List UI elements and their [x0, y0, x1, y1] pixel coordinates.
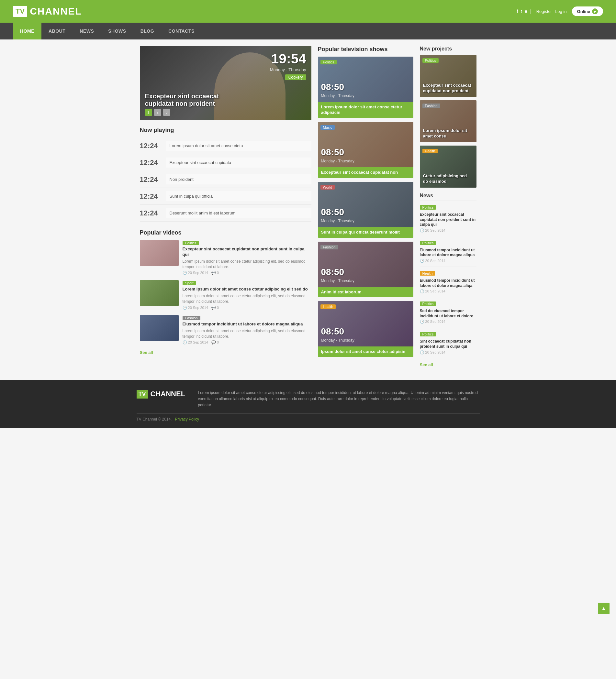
tv-show-thumbnail: Politics 08:50 Monday - Thursday	[318, 57, 413, 102]
online-label: Online	[577, 9, 590, 14]
news-item-date: 🕑 20 Sep 2014	[420, 320, 476, 324]
news-item-title[interactable]: Sint occaecat cupidatat non proident sun…	[420, 339, 476, 349]
news-item-title[interactable]: Excepteur sint occaecat cupidatat non pr…	[420, 212, 476, 227]
popular-tv-title: Popular television shows	[318, 46, 413, 53]
project-card-tag: Fashion	[423, 103, 440, 109]
video-comments: 💬 0	[211, 271, 219, 275]
news-item: Politics Excepteur sint occaecat cupidat…	[420, 204, 476, 236]
online-button[interactable]: Online ▶	[572, 6, 603, 16]
video-thumbnail-image	[140, 280, 179, 306]
right-column: New projects Politics Excepteur sint occ…	[420, 46, 476, 367]
news-tag: Politics	[420, 332, 436, 336]
footer-bottom: TV Channel © 2014. Privacy Policy	[136, 413, 480, 421]
tv-show-thumbnail: Fashion 08:50 Monday - Thursday	[318, 241, 413, 287]
register-link[interactable]: Register	[536, 9, 552, 14]
nav-home[interactable]: HOME	[13, 23, 41, 39]
rss-icon[interactable]: ■	[525, 9, 527, 14]
tv-show-card[interactable]: Music 08:50 Monday - Thursday Excepteur …	[318, 122, 413, 178]
footer-copyright: TV Channel © 2014.	[136, 417, 172, 421]
hero-banner: 19:54 Monday - Thursday Cookery Excepteu…	[140, 46, 311, 120]
video-meta: Politics Excepteur sint occaecat cupidat…	[183, 240, 311, 275]
video-item: Sport Lorem ipsum dolor sit amet conse c…	[140, 280, 311, 310]
tv-show-card[interactable]: Politics 08:50 Monday - Thursday Lorem i…	[318, 57, 413, 118]
footer-logo-channel: CHANNEL	[151, 390, 185, 398]
projects-list: Politics Excepteur sint occaecat cupidat…	[420, 55, 476, 188]
schedule-time: 12:24	[140, 209, 166, 217]
tv-show-tag: Politics	[320, 59, 337, 66]
social-icons: f t ■ |	[517, 9, 531, 14]
nav-about[interactable]: ABOUT	[41, 23, 72, 39]
header-links: Register Log in	[536, 9, 567, 14]
login-link[interactable]: Log in	[555, 9, 566, 14]
video-thumbnail[interactable]	[140, 280, 179, 306]
nav-contacts[interactable]: CONTACTS	[161, 23, 202, 39]
tv-show-body: Lorem ipsum dolor sit amet conse ctetur …	[318, 102, 413, 118]
popular-videos-section: Popular videos Politics Excepteur sint o…	[140, 229, 311, 355]
schedule-time: 12:24	[140, 159, 166, 167]
tv-show-tag: Music	[320, 125, 335, 131]
news-tag: Politics	[420, 205, 436, 209]
facebook-icon[interactable]: f	[517, 9, 518, 14]
tv-show-days: Monday - Thursday	[321, 159, 355, 163]
hero-title: Excepteur sint occaecat cupidatat non pr…	[145, 93, 236, 107]
footer-privacy-link[interactable]: Privacy Policy	[175, 417, 199, 421]
video-desc: Lorem ipsum dolor sit amet conse ctetur …	[183, 259, 311, 270]
news-item-title[interactable]: Sed do eiusmod tempor incididunt ut labo…	[420, 309, 476, 319]
news-item-date: 🕑 20 Sep 2014	[420, 350, 476, 355]
tv-show-tag: World	[320, 184, 335, 191]
tv-shows-list: Politics 08:50 Monday - Thursday Lorem i…	[318, 57, 413, 357]
news-item-title[interactable]: Eiusmod tempor incididunt ut labore et d…	[420, 248, 476, 258]
header-right: f t ■ | Register Log in Online ▶	[517, 6, 603, 16]
videos-see-all[interactable]: See all	[140, 350, 153, 355]
middle-column: Popular television shows Politics 08:50 …	[318, 46, 413, 367]
hero-dot-1[interactable]: 1	[145, 109, 152, 116]
project-card[interactable]: Health Ctetur adipisicing sed do eiusmod	[420, 146, 476, 188]
twitter-icon[interactable]: t	[521, 9, 522, 14]
tv-show-body-title: Sunt in culpa qui officia deserunt molli…	[321, 230, 410, 235]
hero-dot-3[interactable]: 3	[163, 109, 170, 116]
schedule-row: 12:24Lorem ipsum dolor sit amet conse ct…	[140, 137, 311, 154]
news-list: Politics Excepteur sint occaecat cupidat…	[420, 204, 476, 358]
schedule-time: 12:24	[140, 175, 166, 184]
news-see-all[interactable]: See all	[420, 362, 433, 367]
project-card[interactable]: Politics Excepteur sint occaecat cupidat…	[420, 55, 476, 97]
video-info: 🕑 20 Sep 2014 💬 0	[183, 271, 311, 275]
news-section: News Politics Excepteur sint occaecat cu…	[420, 193, 476, 367]
tv-show-body-title: Anim id est laborum	[321, 290, 410, 295]
left-column: 19:54 Monday - Thursday Cookery Excepteu…	[140, 46, 311, 367]
news-item-title[interactable]: Eiusmod tempor incididunt ut labore et d…	[420, 278, 476, 288]
tv-show-card[interactable]: World 08:50 Monday - Thursday Sunt in cu…	[318, 182, 413, 238]
video-thumbnail[interactable]	[140, 240, 179, 266]
hero-time: 19:54	[271, 51, 306, 67]
nav-blog[interactable]: BLOG	[133, 23, 161, 39]
logo-tv: TV	[13, 6, 27, 17]
tv-show-card[interactable]: Health 08:50 Monday - Thursday Ipsum dol…	[318, 301, 413, 357]
schedule-time: 12:24	[140, 192, 166, 200]
project-card-tag: Health	[423, 148, 438, 155]
nav-news[interactable]: NEWS	[72, 23, 101, 39]
footer-description: Lorem ipsum dolor sit amet conse ctetur …	[198, 390, 480, 409]
tv-show-days: Monday - Thursday	[321, 279, 355, 283]
tv-show-time: 08:50	[321, 326, 344, 337]
video-date: 🕑 20 Sep 2014	[183, 340, 208, 345]
video-tag: Politics	[183, 241, 199, 245]
tv-show-body: Sunt in culpa qui officia deserunt molli…	[318, 227, 413, 238]
footer-inner: TV CHANNEL Lorem ipsum dolor sit amet co…	[136, 390, 480, 409]
video-meta: Fashion Eiusmod tempor incididunt ut lab…	[183, 315, 311, 345]
main-container: 19:54 Monday - Thursday Cookery Excepteu…	[136, 39, 480, 374]
nav-shows[interactable]: SHOWS	[101, 23, 133, 39]
video-thumbnail[interactable]	[140, 315, 179, 341]
tv-show-time: 08:50	[321, 82, 344, 92]
schedule-desc: Lorem ipsum dolor sit amet conse ctetu	[166, 141, 311, 151]
news-tag: Politics	[420, 301, 436, 306]
tv-show-card[interactable]: Fashion 08:50 Monday - Thursday Anim id …	[318, 241, 413, 298]
tv-show-days: Monday - Thursday	[321, 219, 355, 223]
tv-show-body-title: Ipsum dolor sit amet conse ctetur adipis…	[321, 349, 410, 355]
hero-badge: Cookery	[285, 74, 306, 80]
news-item-date: 🕑 20 Sep 2014	[420, 259, 476, 263]
new-projects-title: New projects	[420, 46, 476, 52]
tv-show-tag: Health	[320, 304, 336, 310]
news-item: Health Eiusmod tempor incididunt ut labo…	[420, 270, 476, 297]
project-card[interactable]: Fashion Lorem ipsum dolor sit amet conse	[420, 100, 476, 142]
hero-dot-2[interactable]: 2	[154, 109, 161, 116]
